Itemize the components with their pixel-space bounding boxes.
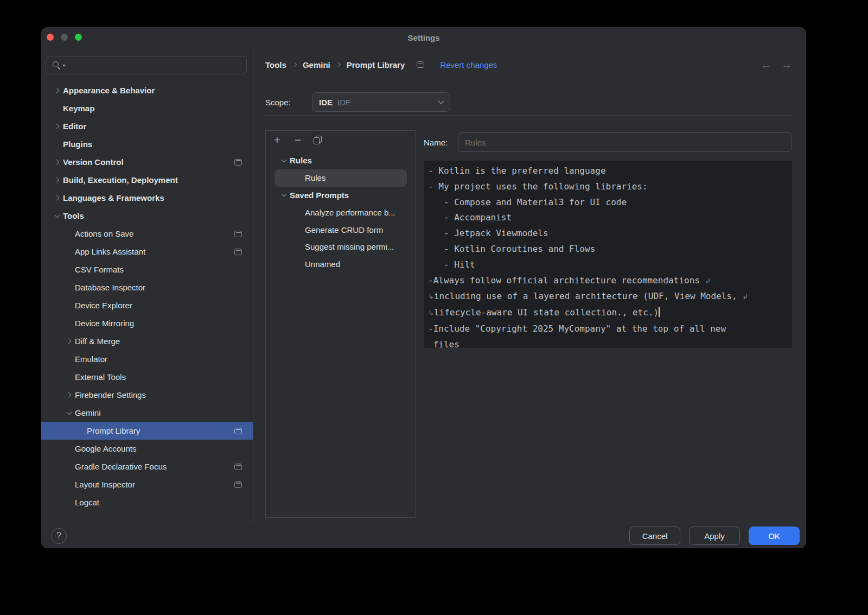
prompt-item-generate-crud-form[interactable]: Generate CRUD form	[275, 221, 407, 238]
prompt-item-analyze-performance[interactable]: Analyze performance b...	[275, 204, 407, 221]
sidebar-item-app-links-assistant[interactable]: App Links Assistant	[41, 243, 253, 261]
prompt-name-input[interactable]	[458, 132, 792, 152]
sidebar-item-label: Emulator	[75, 354, 107, 364]
cancel-button[interactable]: Cancel	[629, 527, 680, 545]
sidebar-item-tools[interactable]: Tools	[41, 207, 253, 225]
sidebar-item-diff-merge[interactable]: Diff & Merge	[41, 332, 253, 350]
sidebar-item-label: Firebender Settings	[75, 390, 146, 400]
breadcrumb-tools[interactable]: Tools	[265, 60, 286, 69]
sidebar-item-gemini[interactable]: Gemini	[41, 404, 253, 422]
prompt-detail-panel: Name: - Kotlin is the preferred language…	[424, 130, 792, 518]
modified-indicator-icon	[417, 61, 424, 68]
revert-changes-label: Revert changes	[440, 60, 497, 69]
sidebar-item-logcat[interactable]: Logcat	[41, 493, 253, 511]
sidebar-item-label: Keymap	[63, 104, 94, 113]
prompt-group-label: Saved Prompts	[290, 191, 349, 200]
settings-tree: Appearance & Behavior Keymap Editor Plug…	[41, 81, 253, 511]
editor-line: -Always follow official architecture rec…	[428, 273, 788, 289]
modified-indicator-icon	[234, 231, 242, 237]
sidebar-item-database-inspector[interactable]: Database Inspector	[41, 278, 253, 296]
prompt-item-unnamed[interactable]: Unnamed	[275, 256, 407, 273]
chevron-down-icon	[63, 412, 75, 414]
sidebar-item-appearance-behavior[interactable]: Appearance & Behavior	[41, 81, 253, 99]
sidebar-item-build-execution-deployment[interactable]: Build, Execution, Deployment	[41, 171, 253, 189]
sidebar-item-google-accounts[interactable]: Google Accounts	[41, 440, 253, 458]
soft-wrap-icon: ↳	[428, 309, 434, 317]
settings-window: Settings Appearance & Behavior Keymap	[41, 27, 806, 548]
breadcrumb-gemini[interactable]: Gemini	[303, 60, 330, 69]
sidebar-item-prompt-library[interactable]: Prompt Library	[41, 422, 253, 440]
desktop-background: Settings Appearance & Behavior Keymap	[0, 0, 868, 615]
sidebar-item-plugins[interactable]: Plugins	[41, 135, 253, 153]
prompt-name-label: Name:	[424, 138, 458, 147]
sidebar-item-emulator[interactable]: Emulator	[41, 350, 253, 368]
editor-line: - Hilt	[428, 257, 788, 273]
prompt-item-label: Analyze performance b...	[305, 208, 395, 217]
revert-changes-link[interactable]: Revert changes	[417, 60, 497, 69]
section-divider	[265, 115, 792, 116]
editor-line: - Jetpack Viewmodels	[428, 226, 788, 242]
sidebar-item-csv-formats[interactable]: CSV Formats	[41, 261, 253, 278]
breadcrumb: Tools Gemini Prompt Library	[265, 60, 405, 69]
sidebar-item-gradle-declarative-focus[interactable]: Gradle Declarative Focus	[41, 458, 253, 475]
prompt-group-saved-prompts[interactable]: Saved Prompts	[275, 187, 407, 204]
sidebar-item-external-tools[interactable]: External Tools	[41, 368, 253, 386]
sidebar-item-device-mirroring[interactable]: Device Mirroring	[41, 314, 253, 332]
breadcrumb-prompt-library[interactable]: Prompt Library	[347, 60, 405, 69]
sidebar-item-label: Prompt Library	[87, 426, 140, 435]
settings-search-input[interactable]	[46, 56, 247, 74]
sidebar-item-label: Gradle Declarative Focus	[75, 462, 167, 471]
sidebar-item-label: Version Control	[63, 157, 124, 167]
sidebar-item-actions-on-save[interactable]: Actions on Save	[41, 225, 253, 243]
soft-wrap-icon: ↲	[705, 277, 711, 285]
chevron-down-icon	[51, 215, 63, 217]
breadcrumb-separator-icon	[336, 62, 341, 67]
chevron-right-icon	[51, 196, 63, 200]
prompt-item-rules[interactable]: Rules	[275, 169, 407, 187]
prompt-group-rules[interactable]: Rules	[275, 152, 407, 169]
prompt-text-editor[interactable]: - Kotlin is the preferred language - My …	[424, 161, 792, 348]
soft-wrap-icon: ↳	[428, 293, 434, 301]
editor-line: - Accompanist	[428, 210, 788, 226]
sidebar-item-device-explorer[interactable]: Device Explorer	[41, 296, 253, 314]
duplicate-prompt-icon[interactable]	[314, 136, 321, 144]
ok-button[interactable]: OK	[749, 527, 800, 545]
prompt-list-toolbar: + −	[266, 131, 416, 149]
search-history-chevron-icon	[62, 65, 66, 67]
back-arrow-icon[interactable]: ←	[761, 59, 771, 70]
dialog-footer: ? Cancel Apply OK	[41, 523, 806, 548]
window-title: Settings	[41, 27, 806, 49]
sidebar-item-languages-frameworks[interactable]: Languages & Frameworks	[41, 189, 253, 207]
modified-indicator-icon	[234, 481, 242, 488]
sidebar-item-label: Diff & Merge	[75, 337, 120, 346]
scope-dropdown[interactable]: IDE IDE	[312, 92, 450, 112]
sidebar-item-keymap[interactable]: Keymap	[41, 99, 253, 117]
sidebar-item-version-control[interactable]: Version Control	[41, 153, 253, 171]
editor-line: ↳lifecycle-aware UI state collection., e…	[428, 305, 788, 321]
chevron-right-icon	[51, 178, 63, 182]
sidebar-item-firebender-settings[interactable]: Firebender Settings	[41, 386, 253, 404]
forward-arrow-icon[interactable]: →	[781, 59, 792, 70]
prompt-item-suggest-missing-permissions[interactable]: Suggest missing permi...	[275, 238, 407, 256]
add-prompt-button[interactable]: +	[272, 134, 282, 145]
modified-indicator-icon	[234, 249, 242, 255]
editor-line: - Kotlin Coroutines and Flows	[428, 242, 788, 257]
prompt-item-label: Rules	[305, 173, 326, 182]
soft-wrap-icon: ↲	[742, 293, 748, 301]
editor-line: - My project uses the following librarie…	[428, 179, 788, 195]
modified-indicator-icon	[234, 464, 242, 470]
scope-label: Scope:	[265, 98, 312, 107]
scope-selected-value: IDE	[337, 98, 351, 107]
prompt-item-label: Generate CRUD form	[305, 225, 383, 234]
sidebar-item-label: Gemini	[75, 408, 101, 417]
editor-line: -Include "Copyright 2025 MyCompany" at t…	[428, 321, 788, 337]
sidebar-item-editor[interactable]: Editor	[41, 117, 253, 135]
apply-button[interactable]: Apply	[689, 527, 740, 545]
remove-prompt-button[interactable]: −	[293, 134, 303, 145]
editor-line: ↳including use of a layered architecture…	[428, 289, 788, 305]
settings-sidebar: Appearance & Behavior Keymap Editor Plug…	[41, 49, 253, 523]
sidebar-item-label: Appearance & Behavior	[63, 86, 155, 95]
sidebar-item-layout-inspector[interactable]: Layout Inspector	[41, 475, 253, 493]
sidebar-item-label: Languages & Frameworks	[63, 193, 164, 202]
help-button[interactable]: ?	[51, 528, 67, 544]
